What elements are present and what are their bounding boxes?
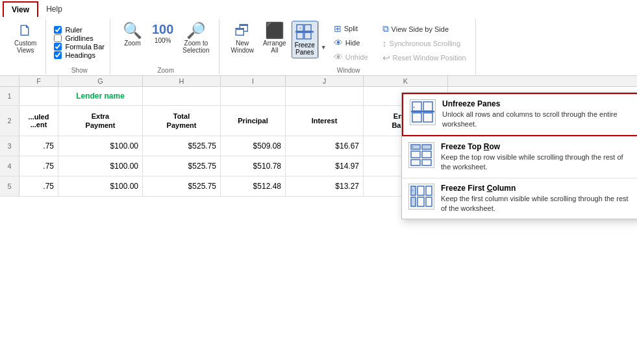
- view-side-by-side-button[interactable]: ⧉ View Side by Side: [379, 22, 470, 36]
- synchronous-scrolling-button[interactable]: ↕ Synchronous Scrolling: [379, 37, 470, 50]
- cell-f5: .75: [19, 176, 58, 196]
- unfreeze-panes-icon: *: [410, 99, 436, 125]
- cell-h3: $525.75: [143, 136, 221, 156]
- svg-rect-17: [422, 160, 431, 165]
- gridlines-input[interactable]: [54, 34, 62, 42]
- svg-rect-16: [411, 160, 420, 165]
- svg-rect-7: [423, 102, 432, 111]
- formula-bar-input[interactable]: [54, 43, 62, 51]
- svg-rect-22: [426, 186, 432, 195]
- window-group-label: Window: [337, 67, 360, 74]
- view-side-by-side-icon: ⧉: [382, 23, 389, 34]
- svg-rect-21: [418, 186, 424, 195]
- ribbon: View Help 🗋 CustomViews Ruler: [0, 0, 637, 76]
- cell-g4: $100.00: [58, 156, 143, 176]
- gridlines-checkbox[interactable]: Gridlines: [54, 34, 105, 42]
- ribbon-body: 🗋 CustomViews Ruler Gridlines: [0, 17, 637, 75]
- synchronous-scrolling-icon: ↕: [382, 38, 387, 49]
- unhide-icon: 👁: [334, 52, 343, 62]
- col-g: G: [58, 76, 143, 86]
- hide-icon: 👁: [334, 38, 343, 48]
- new-window-label: NewWindow: [231, 40, 255, 54]
- zoom-button[interactable]: 🔍 Zoom: [118, 21, 147, 49]
- cell-j3: $16.67: [286, 136, 364, 156]
- group-window: 🗗 NewWindow ⬛ ArrangeAll: [222, 19, 476, 74]
- show-options: Ruler Gridlines Formula Bar Headings: [54, 21, 105, 59]
- group-zoom: 🔍 Zoom 100 100% 🔎 Zoom toSelection Zoom: [113, 19, 219, 74]
- unhide-label: Unhide: [345, 53, 368, 61]
- row-4-num: 4: [0, 156, 19, 176]
- freeze-panes-button[interactable]: * FreezePanes: [292, 21, 318, 58]
- svg-text:*: *: [412, 145, 414, 151]
- zoom-to-selection-label: Zoom toSelection: [182, 40, 209, 54]
- col-f: F: [19, 76, 58, 86]
- freeze-first-column-title: Freeze First Column: [441, 184, 634, 193]
- zoom-label: Zoom: [124, 40, 141, 47]
- group-show: Ruler Gridlines Formula Bar Headings: [49, 19, 110, 74]
- row-1-num: 1: [0, 87, 19, 105]
- hide-button[interactable]: 👁 Hide: [330, 36, 372, 49]
- cell-f1: [19, 87, 58, 105]
- freeze-top-row-desc: Keep the top row visible while scrolling…: [441, 152, 634, 173]
- zoom-100-button[interactable]: 100 100%: [148, 21, 177, 46]
- zoom-icon: 🔍: [123, 23, 142, 38]
- col-k: K: [364, 76, 448, 86]
- ruler-input[interactable]: [54, 26, 62, 34]
- headings-input[interactable]: [54, 51, 62, 59]
- custom-views-button[interactable]: 🗋 CustomViews: [10, 21, 40, 56]
- tab-help[interactable]: Help: [38, 2, 70, 16]
- zoom-to-selection-button[interactable]: 🔎 Zoom toSelection: [179, 21, 213, 56]
- freeze-top-row-icon: *: [408, 142, 434, 168]
- freeze-first-column-text: Freeze First Column Keep the first colum…: [441, 184, 634, 214]
- reset-window-position-button[interactable]: ↩ Reset Window Position: [379, 51, 470, 64]
- header-h: TotalPayment: [143, 106, 221, 136]
- cell-h1: [143, 87, 221, 105]
- svg-text:*: *: [299, 27, 301, 31]
- svg-text:*: *: [413, 105, 415, 111]
- freeze-top-row-item[interactable]: * Freeze Top Row Keep the top row visibl…: [402, 137, 637, 178]
- freeze-panes-label: FreezePanes: [295, 42, 315, 56]
- svg-rect-24: [426, 197, 432, 206]
- arrange-all-icon: ⬛: [265, 23, 284, 38]
- col-j: J: [286, 76, 364, 86]
- cell-g5: $100.00: [58, 176, 143, 196]
- freeze-first-column-item[interactable]: * Freeze First Column Keep the first col…: [402, 178, 637, 219]
- cell-i5: $512.48: [221, 176, 286, 196]
- custom-views-label: CustomViews: [14, 40, 36, 54]
- unfreeze-panes-item[interactable]: * Unfreeze Panes Unlock all rows and col…: [402, 93, 637, 136]
- freeze-first-column-icon: *: [408, 184, 434, 210]
- zoom-100-icon: 100: [152, 23, 173, 36]
- split-icon: ⊞: [334, 23, 342, 34]
- header-f: ...uled...ent: [19, 106, 58, 136]
- freeze-first-column-desc: Keep the first column visible while scro…: [441, 194, 634, 214]
- freeze-panes-dropdown: * Unfreeze Panes Unlock all rows and col…: [401, 92, 637, 219]
- cell-i3: $509.08: [221, 136, 286, 156]
- svg-rect-2: [297, 32, 303, 39]
- arrange-all-button[interactable]: ⬛ ArrangeAll: [259, 21, 290, 56]
- svg-rect-1: [305, 25, 311, 31]
- row-num-header: [0, 76, 19, 86]
- hide-label: Hide: [345, 39, 360, 47]
- headings-checkbox[interactable]: Headings: [54, 51, 105, 59]
- row-3-num: 3: [0, 136, 19, 156]
- zoom-100-label: 100%: [155, 37, 171, 44]
- svg-text:*: *: [412, 188, 414, 194]
- synchronous-scrolling-label: Synchronous Scrolling: [390, 40, 460, 47]
- new-window-button[interactable]: 🗗 NewWindow: [227, 21, 258, 56]
- freeze-panes-dropdown-arrow[interactable]: ▼: [318, 21, 329, 58]
- freeze-panes-wrapper: * FreezePanes ▼: [292, 21, 329, 58]
- custom-views-icon: 🗋: [18, 23, 33, 38]
- unhide-button[interactable]: 👁 Unhide: [330, 51, 372, 64]
- col-h: H: [143, 76, 221, 86]
- window-right-buttons: ⊞ Split 👁 Hide 👁 Unhide: [330, 21, 372, 64]
- split-button[interactable]: ⊞ Split: [330, 22, 372, 35]
- group-custom-views: 🗋 CustomViews: [5, 19, 46, 74]
- cell-j5: $13.27: [286, 176, 364, 196]
- ruler-checkbox[interactable]: Ruler: [54, 26, 105, 34]
- formula-bar-label: Formula Bar: [65, 43, 105, 51]
- cell-j4: $14.97: [286, 156, 364, 176]
- freeze-top-row-title: Freeze Top Row: [441, 142, 634, 151]
- cell-g3: $100.00: [58, 136, 143, 156]
- formula-bar-checkbox[interactable]: Formula Bar: [54, 43, 105, 51]
- tab-view[interactable]: View: [3, 1, 38, 17]
